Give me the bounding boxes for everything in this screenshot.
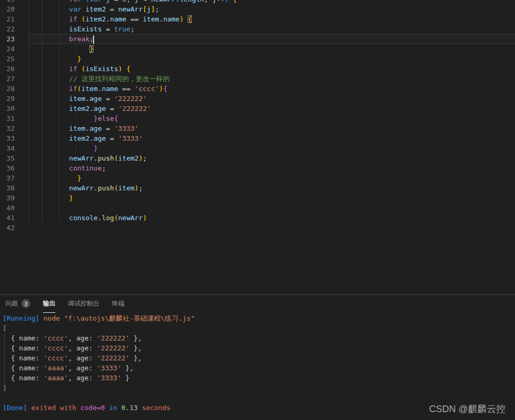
- line-number[interactable]: 21: [0, 14, 15, 24]
- line-number[interactable]: 20: [0, 4, 15, 14]
- code-line-42[interactable]: 42: [0, 223, 515, 233]
- code-token: {: [163, 85, 167, 93]
- line-number[interactable]: 41: [0, 213, 15, 223]
- bottom-panel: 问题 3 输出 调试控制台 终端 [Running] node "f:\auto…: [0, 294, 515, 420]
- code-line-35[interactable]: 35 newArr.push(item2);: [0, 153, 515, 163]
- code-line-31[interactable]: 31 }else{: [0, 113, 515, 123]
- code-token: ): [139, 154, 143, 162]
- line-number[interactable]: 38: [0, 183, 15, 193]
- output-line: ]: [0, 383, 515, 393]
- code-line-30[interactable]: 30 item2.age = '222222': [0, 104, 515, 113]
- code-token: },: [130, 334, 142, 342]
- line-number[interactable]: 42: [0, 223, 15, 233]
- code-token: ==: [127, 15, 143, 23]
- code-line-23[interactable]: 23 break;: [0, 34, 515, 44]
- code-line-34[interactable]: 34 }: [0, 143, 515, 153]
- code-line-25[interactable]: 25 }: [0, 54, 515, 64]
- code-line-24[interactable]: 24 }: [0, 44, 515, 54]
- line-number[interactable]: 29: [0, 94, 15, 104]
- line-number[interactable]: 28: [0, 84, 15, 94]
- code-line-28[interactable]: 28 if(item.name == 'cccc'){: [0, 84, 515, 94]
- code-line-36[interactable]: 36 continue;: [0, 163, 515, 173]
- code-token: [: [143, 5, 147, 13]
- code-token: }: [77, 55, 82, 63]
- code-token: },: [130, 354, 142, 362]
- code-token: ]: [3, 384, 7, 392]
- code-token: ==: [118, 85, 134, 93]
- line-number[interactable]: 24: [0, 44, 15, 54]
- line-number[interactable]: 36: [0, 163, 15, 173]
- code-line-29[interactable]: 29 item.age = '222222': [0, 94, 515, 104]
- code-token: (: [114, 184, 118, 192]
- tab-output[interactable]: 输出: [43, 295, 55, 313]
- line-number[interactable]: 33: [0, 133, 15, 143]
- code-editor[interactable]: 19 for (var j = 0; j < newArr.length; j+…: [0, 0, 515, 294]
- code-token: .: [94, 184, 98, 192]
- output-log[interactable]: [Running] node "f:\autojs\麒麟社-基础课程\练习.js…: [0, 313, 515, 413]
- code-token: node: [43, 314, 64, 322]
- code-line-37[interactable]: 37 }: [0, 173, 515, 183]
- code-token: '222222': [118, 105, 151, 112]
- output-line: { name: 'aaaa', age: '3333' }: [0, 373, 515, 383]
- code-text: }: [15, 54, 82, 64]
- line-number[interactable]: 31: [0, 113, 15, 123]
- tab-debug-console[interactable]: 调试控制台: [68, 295, 99, 313]
- tab-terminal-label: 终端: [112, 299, 124, 308]
- code-token: seconds: [138, 404, 170, 412]
- code-token: name: [110, 15, 126, 23]
- line-number[interactable]: 27: [0, 74, 15, 84]
- code-line-27[interactable]: 27 // 这里找到相同的，更改一样的: [0, 74, 515, 84]
- code-line-32[interactable]: 32 item.age = '3333': [0, 123, 515, 133]
- line-number[interactable]: 26: [0, 64, 15, 74]
- code-line-21[interactable]: 21 if (item2.name == item.name) {: [0, 14, 515, 24]
- code-token: '222222': [97, 334, 130, 342]
- line-number[interactable]: 32: [0, 123, 15, 133]
- code-text: // 这里找到相同的，更改一样的: [15, 74, 170, 84]
- code-token: item2: [85, 15, 106, 23]
- line-number[interactable]: 30: [0, 104, 15, 113]
- code-token: newArr: [69, 184, 94, 192]
- line-number[interactable]: 40: [0, 203, 15, 213]
- code-token: in: [105, 404, 121, 412]
- code-line-40[interactable]: 40: [0, 203, 515, 213]
- code-line-33[interactable]: 33 item2.age = '3333': [0, 133, 515, 143]
- code-token: '3333': [114, 124, 139, 132]
- code-token: // 这里找到相同的，更改一样的: [69, 75, 169, 83]
- code-line-39[interactable]: 39 }: [0, 193, 515, 203]
- line-number[interactable]: 19: [0, 0, 15, 4]
- line-number[interactable]: 25: [0, 54, 15, 64]
- code-token: ): [134, 184, 139, 192]
- line-number[interactable]: 35: [0, 153, 15, 163]
- code-token: =: [102, 124, 114, 132]
- code-token: }: [121, 374, 130, 382]
- line-number[interactable]: 23: [0, 34, 15, 44]
- code-line-26[interactable]: 26 if (isExists) {: [0, 64, 515, 74]
- code-token: '222222': [97, 344, 130, 352]
- code-line-22[interactable]: 22 isExists = true;: [0, 24, 515, 34]
- code-line-19[interactable]: 19 for (var j = 0; j < newArr.length; j+…: [0, 0, 515, 4]
- code-token: item: [143, 15, 159, 23]
- code-token: .: [89, 134, 94, 142]
- code-token: { name:: [3, 354, 43, 362]
- code-token: code=0: [81, 404, 105, 412]
- line-number[interactable]: 39: [0, 193, 15, 203]
- code-token: ): [118, 65, 122, 73]
- code-line-41[interactable]: 41 console.log(newArr): [0, 213, 515, 223]
- code-token: isExists: [85, 65, 118, 73]
- code-token: 'aaaa': [43, 374, 68, 382]
- code-line-38[interactable]: 38 newArr.push(item);: [0, 183, 515, 193]
- line-number[interactable]: 22: [0, 24, 15, 34]
- code-text: var item2 = newArr[j];: [15, 4, 159, 14]
- output-line: [Running] node "f:\autojs\麒麟社-基础课程\练习.js…: [0, 313, 515, 323]
- tab-terminal[interactable]: 终端: [112, 295, 124, 313]
- output-line: { name: 'cccc', age: '222222' },: [0, 343, 515, 353]
- code-token: '3333': [97, 364, 121, 372]
- line-number[interactable]: 34: [0, 143, 15, 153]
- code-token: '3333': [97, 374, 121, 382]
- code-token: ): [143, 214, 147, 222]
- line-number[interactable]: 37: [0, 173, 15, 183]
- code-line-20[interactable]: 20 var item2 = newArr[j];: [0, 4, 515, 14]
- code-text: }else{: [15, 113, 118, 123]
- tab-problems[interactable]: 问题 3: [5, 295, 30, 313]
- code-token: break: [69, 35, 89, 43]
